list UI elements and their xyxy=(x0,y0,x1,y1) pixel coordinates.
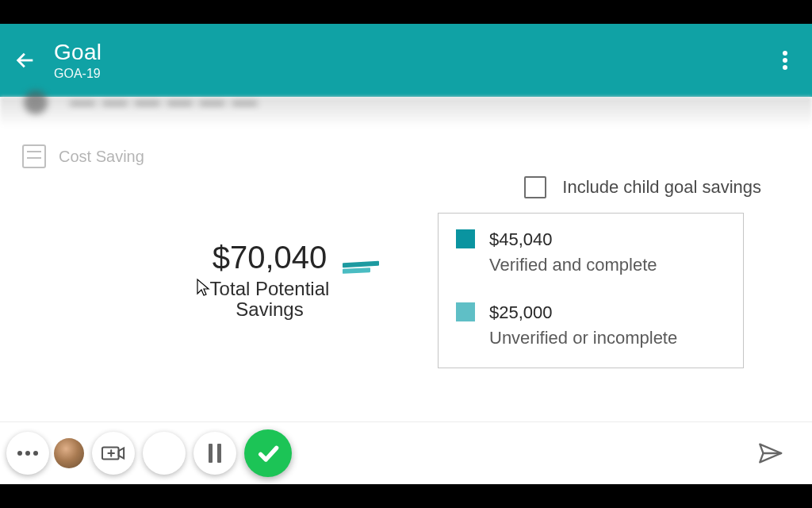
section-label: Cost Saving xyxy=(59,148,144,166)
send-button[interactable] xyxy=(756,440,783,470)
overflow-menu-icon xyxy=(783,48,787,72)
avatar xyxy=(54,438,84,468)
app-screen: Goal GOA-19 — — — — — — Cost Saving $70,… xyxy=(0,24,812,484)
letterbox-top xyxy=(0,0,812,24)
overflow-menu-button[interactable] xyxy=(768,43,802,78)
legend-amount-unverified: $25,000 xyxy=(489,302,677,323)
back-button[interactable] xyxy=(8,43,43,78)
total-savings-block: $70,040 Total Potential Savings xyxy=(167,240,373,320)
pause-icon xyxy=(206,444,224,463)
close-icon xyxy=(154,443,174,464)
legend-swatch-verified xyxy=(456,229,475,248)
add-video-icon xyxy=(102,444,125,462)
notes-icon xyxy=(22,144,46,168)
pause-button[interactable] xyxy=(193,432,236,475)
legend-amount-verified: $45,040 xyxy=(489,229,657,250)
legend-item-unverified: $25,000 Unverified or incomplete xyxy=(456,302,726,348)
add-video-button[interactable] xyxy=(92,432,135,475)
legend-label-verified: Verified and complete xyxy=(489,255,657,275)
mini-chart-icon xyxy=(343,262,379,275)
total-savings-label: Total Potential Savings xyxy=(167,279,373,320)
recording-toolbar xyxy=(0,421,812,484)
include-child-savings-row: Include child goal savings xyxy=(524,176,761,198)
more-options-button[interactable] xyxy=(6,432,49,475)
legend-swatch-unverified xyxy=(456,302,475,321)
appbar-titles: Goal GOA-19 xyxy=(54,40,102,80)
page-subtitle: GOA-19 xyxy=(54,67,102,81)
confirm-button[interactable] xyxy=(244,429,292,477)
blurred-header-glyphs: — — — — — — xyxy=(24,87,257,117)
legend-item-verified: $45,040 Verified and complete xyxy=(456,229,726,275)
total-savings-amount: $70,040 xyxy=(167,240,373,275)
checkmark-icon xyxy=(255,441,281,466)
section-label-row: Cost Saving xyxy=(22,144,144,168)
legend-label-unverified: Unverified or incomplete xyxy=(489,328,677,348)
letterbox-bottom xyxy=(0,484,812,508)
back-arrow-icon xyxy=(14,49,36,71)
send-icon xyxy=(756,440,783,467)
content-area: — — — — — — Cost Saving $70,040 Total Po… xyxy=(0,97,812,484)
savings-legend-card: $45,040 Verified and complete $25,000 Un… xyxy=(438,213,744,368)
include-child-savings-label: Include child goal savings xyxy=(562,177,761,198)
more-options-icon xyxy=(16,451,40,456)
app-bar: Goal GOA-19 xyxy=(0,24,812,97)
page-title: Goal xyxy=(54,40,102,64)
cancel-button[interactable] xyxy=(143,432,186,475)
include-child-savings-checkbox[interactable] xyxy=(524,176,546,198)
